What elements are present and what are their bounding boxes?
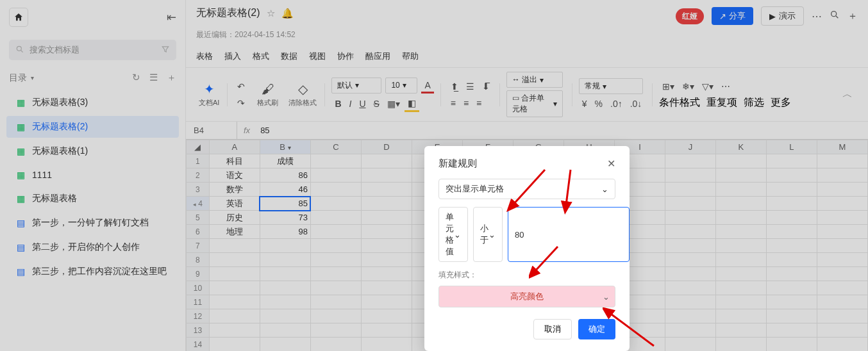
cell[interactable] [817,267,867,281]
cell[interactable] [715,267,766,281]
percent-icon[interactable]: % [592,97,606,111]
cell[interactable] [817,323,867,338]
cell[interactable] [665,168,715,183]
col-header[interactable]: A [209,140,260,154]
collapse-sidebar-icon[interactable]: ⇤ [167,10,176,24]
list-icon[interactable]: ☰ [149,72,158,84]
search-input[interactable]: 搜索文档标题 [9,40,176,60]
cell[interactable] [817,211,867,225]
cell[interactable] [665,154,715,168]
strike-icon[interactable]: S [371,96,383,112]
cell[interactable] [310,168,361,183]
cell[interactable]: 46 [260,183,310,197]
cell[interactable] [361,225,412,239]
menu-view[interactable]: 视图 [309,51,326,62]
condition-operator-select[interactable]: 小于 ⌄ [473,207,503,262]
cell[interactable] [310,225,361,239]
cell[interactable] [310,253,361,267]
cell[interactable]: 历史 [209,211,260,225]
more-toolbar-icon[interactable]: ⋯ [718,79,733,94]
more-icon[interactable]: ⋯ [812,10,822,22]
cell[interactable] [817,154,867,168]
cell[interactable] [766,253,817,267]
directory-header[interactable]: 目录 ▾ ↻ ☰ ＋ [0,65,185,90]
clear-format-button[interactable]: ◇ 清除格式 [283,81,322,108]
font-color-icon[interactable]: A [421,78,433,94]
row-header[interactable]: ◂ 4 [187,197,210,211]
cell[interactable] [766,239,817,253]
bell-icon[interactable]: 🔔 [281,8,294,19]
menu-data[interactable]: 数据 [281,51,297,62]
valign-top-icon[interactable]: ⬆̲ [447,79,462,94]
close-icon[interactable]: ✕ [607,158,615,170]
filter-icon[interactable]: ▽▾ [699,79,717,94]
cell[interactable] [310,239,361,253]
cell[interactable] [209,309,260,323]
row-header[interactable]: 9 [187,267,210,281]
align-left-icon[interactable]: ≡ [447,96,459,110]
cell[interactable] [260,309,310,323]
align-center-icon[interactable]: ≡ [460,96,472,110]
cell[interactable] [715,211,766,225]
row-header[interactable]: 12 [187,309,210,323]
cell[interactable] [715,309,766,323]
tree-item[interactable]: ▦ 无标题表格(3) [6,92,179,113]
menu-format[interactable]: 格式 [253,51,269,62]
cell[interactable] [209,295,260,309]
home-icon[interactable] [9,8,28,27]
cell[interactable] [817,197,867,211]
cell[interactable] [766,267,817,281]
refresh-icon[interactable]: ↻ [132,72,140,84]
cell[interactable] [766,183,817,197]
cell[interactable] [715,239,766,253]
cell[interactable] [715,338,766,352]
cell[interactable] [715,295,766,309]
row-header[interactable]: 14 [187,338,210,352]
cell[interactable] [766,309,817,323]
menu-apps[interactable]: 酷应用 [365,51,390,62]
font-size-select[interactable]: 10▾ [385,78,417,94]
cell[interactable] [260,281,310,295]
cell[interactable] [361,309,412,323]
underline-icon[interactable]: U [356,96,369,112]
cell[interactable] [665,338,715,352]
share-button[interactable]: ↗ 分享 [712,7,753,25]
condition-value-input[interactable] [508,207,630,262]
font-name-select[interactable]: 默认▾ [331,78,381,94]
cond-format-button[interactable]: 条件格式 [659,96,700,110]
cell[interactable] [310,338,361,352]
number-format-select[interactable]: 常规▾ [579,78,643,94]
collapse-toolbar-icon[interactable]: ︿ [835,88,860,101]
cell[interactable] [817,253,867,267]
row-header[interactable]: 11 [187,295,210,309]
align-right-icon[interactable]: ≡ [473,96,485,110]
tree-item[interactable]: ▤ 第一步，一分钟了解钉钉文档 [6,212,179,234]
cell[interactable] [361,197,412,211]
search-header-icon[interactable] [830,10,840,22]
cell[interactable] [310,197,361,211]
cell[interactable] [209,323,260,338]
currency-icon[interactable]: ¥ [579,97,590,111]
merge-cells-button[interactable]: ▭ 合并单元格▾ [506,90,563,117]
cell[interactable]: 73 [260,211,310,225]
cell[interactable] [310,154,361,168]
cell[interactable] [766,211,817,225]
menu-table[interactable]: 表格 [196,51,213,62]
cell[interactable] [310,309,361,323]
cell[interactable] [665,309,715,323]
tree-item[interactable]: ▦ 无标题表格(1) [6,140,179,162]
cell[interactable] [361,168,412,183]
select-all-corner[interactable]: ◢ [187,140,210,154]
row-header[interactable]: 7 [187,239,210,253]
col-header[interactable]: C [310,140,361,154]
cell[interactable] [665,239,715,253]
menu-collab[interactable]: 协作 [337,51,354,62]
highlight-color-select[interactable]: 高亮颜色 ⌄ [438,286,615,307]
more-button[interactable]: 更多 [771,96,791,110]
cell[interactable] [361,183,412,197]
cell[interactable] [817,338,867,352]
filter-icon[interactable] [161,45,170,56]
formula-value[interactable]: 85 [256,126,273,135]
cell[interactable]: 数学 [209,183,260,197]
repeat-button[interactable]: 重复项 [706,96,737,110]
